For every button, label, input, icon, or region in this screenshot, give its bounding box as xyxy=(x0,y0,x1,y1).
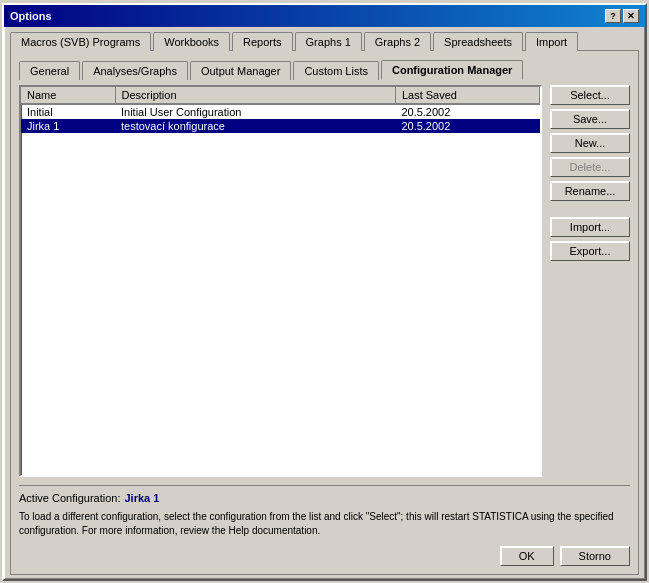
table-row[interactable]: Jirka 1 testovací konfigurace 20.5.2002 xyxy=(21,119,540,133)
table-row[interactable]: Initial Initial User Configuration 20.5.… xyxy=(21,104,540,119)
tabs-row-2: General Analyses/Graphs Output Manager C… xyxy=(19,59,630,79)
row-name: Jirka 1 xyxy=(21,119,115,133)
tab-custom-lists[interactable]: Custom Lists xyxy=(293,61,379,80)
tab-reports[interactable]: Reports xyxy=(232,32,293,51)
col-name[interactable]: Name xyxy=(21,87,115,104)
tabs-row-1: Macros (SVB) Programs Workbooks Reports … xyxy=(10,31,639,50)
active-config-line: Active Configuration: Jirka 1 xyxy=(19,492,630,504)
tab-analyses-graphs[interactable]: Analyses/Graphs xyxy=(82,61,188,80)
export-button[interactable]: Export... xyxy=(550,241,630,261)
col-last-saved[interactable]: Last Saved xyxy=(395,87,539,104)
bottom-area: Active Configuration: Jirka 1 To load a … xyxy=(19,485,630,538)
main-row: Name Description Last Saved Initial Init… xyxy=(19,85,630,477)
title-bar-buttons: ? ✕ xyxy=(605,9,639,23)
ok-button[interactable]: OK xyxy=(500,546,554,566)
tab-workbooks[interactable]: Workbooks xyxy=(153,32,230,51)
row-name: Initial xyxy=(21,104,115,119)
content-area: Macros (SVB) Programs Workbooks Reports … xyxy=(4,27,645,579)
tab-graphs2[interactable]: Graphs 2 xyxy=(364,32,431,51)
row-description: testovací konfigurace xyxy=(115,119,395,133)
config-table: Name Description Last Saved Initial Init… xyxy=(21,87,540,133)
tab-general[interactable]: General xyxy=(19,61,80,80)
info-text: To load a different configuration, selec… xyxy=(19,510,630,538)
import-button[interactable]: Import... xyxy=(550,217,630,237)
tab-import[interactable]: Import xyxy=(525,32,578,51)
options-dialog: Options ? ✕ Macros (SVB) Programs Workbo… xyxy=(2,3,647,581)
active-config-value: Jirka 1 xyxy=(125,492,160,504)
delete-button[interactable]: Delete... xyxy=(550,157,630,177)
window-title: Options xyxy=(10,10,52,22)
buttons-panel: Select... Save... New... Delete... Renam… xyxy=(550,85,630,477)
active-config-label: Active Configuration: xyxy=(19,492,121,504)
cancel-button[interactable]: Storno xyxy=(560,546,630,566)
title-bar: Options ? ✕ xyxy=(4,5,645,27)
row-description: Initial User Configuration xyxy=(115,104,395,119)
new-button[interactable]: New... xyxy=(550,133,630,153)
footer-buttons: OK Storno xyxy=(19,546,630,566)
row-last-saved: 20.5.2002 xyxy=(395,119,539,133)
row-last-saved: 20.5.2002 xyxy=(395,104,539,119)
rename-button[interactable]: Rename... xyxy=(550,181,630,201)
select-button[interactable]: Select... xyxy=(550,85,630,105)
tab-container: General Analyses/Graphs Output Manager C… xyxy=(10,50,639,575)
close-button[interactable]: ✕ xyxy=(623,9,639,23)
config-list[interactable]: Name Description Last Saved Initial Init… xyxy=(19,85,542,477)
tab-spreadsheets[interactable]: Spreadsheets xyxy=(433,32,523,51)
tab-graphs1[interactable]: Graphs 1 xyxy=(295,32,362,51)
tab-output-manager[interactable]: Output Manager xyxy=(190,61,292,80)
help-button[interactable]: ? xyxy=(605,9,621,23)
tab-configuration-manager[interactable]: Configuration Manager xyxy=(381,60,523,80)
col-description[interactable]: Description xyxy=(115,87,395,104)
tab-macros[interactable]: Macros (SVB) Programs xyxy=(10,32,151,51)
save-button[interactable]: Save... xyxy=(550,109,630,129)
